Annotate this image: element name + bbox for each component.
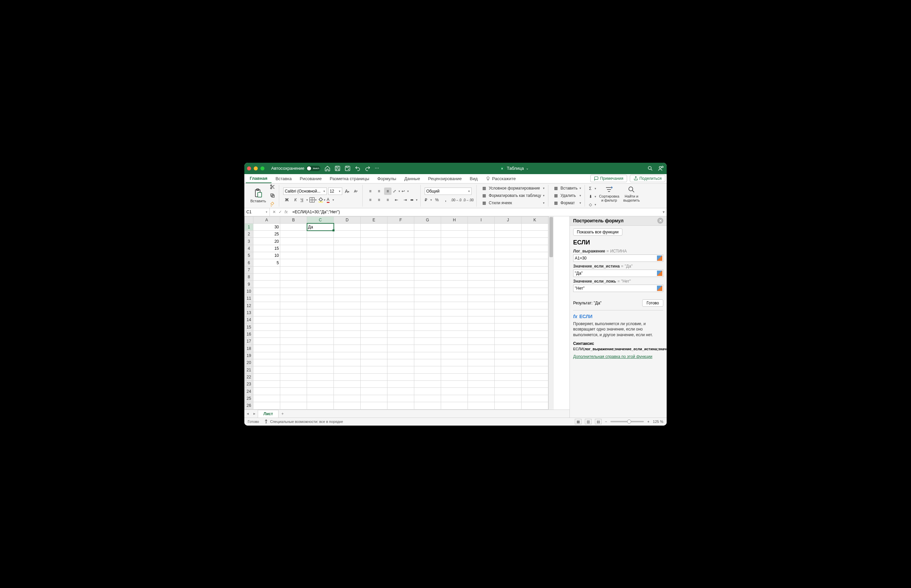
zoom-level[interactable]: 125 % xyxy=(653,420,663,423)
cell-H15[interactable] xyxy=(441,323,468,331)
align-left-button[interactable]: ≡ xyxy=(367,196,374,204)
format-cells-button[interactable]: ▦Формат▾ xyxy=(552,200,582,206)
cell-D16[interactable] xyxy=(334,331,361,338)
cell-I5[interactable] xyxy=(468,252,495,259)
column-header[interactable]: C xyxy=(307,216,334,223)
spreadsheet-grid[interactable]: ABCDEFGHIJK130Да225320415510657891011121… xyxy=(244,216,548,410)
cell-C9[interactable] xyxy=(307,281,334,288)
cell-B16[interactable] xyxy=(280,331,307,338)
cell-A13[interactable] xyxy=(253,309,280,316)
arg-input-1[interactable]: "Да" xyxy=(573,270,663,277)
cell-H4[interactable] xyxy=(441,245,468,252)
cell-H16[interactable] xyxy=(441,331,468,338)
cell-F16[interactable] xyxy=(387,331,414,338)
cell-E6[interactable] xyxy=(361,259,387,266)
borders-button[interactable]: ▾ xyxy=(310,196,317,204)
cell-C25[interactable] xyxy=(307,395,334,402)
select-all-corner[interactable] xyxy=(245,216,253,223)
cell-A7[interactable] xyxy=(253,266,280,273)
cell-A9[interactable] xyxy=(253,281,280,288)
cell-F3[interactable] xyxy=(387,238,414,245)
show-all-functions-button[interactable]: Показать все функции xyxy=(573,228,622,236)
cell-H5[interactable] xyxy=(441,252,468,259)
zoom-in-button[interactable]: + xyxy=(647,420,649,423)
cell-B24[interactable] xyxy=(280,388,307,395)
cell-A12[interactable] xyxy=(253,302,280,309)
cell-A16[interactable] xyxy=(253,331,280,338)
currency-button[interactable]: ₽▾ xyxy=(425,196,432,204)
cell-K17[interactable] xyxy=(522,338,548,345)
cell-K5[interactable] xyxy=(522,252,548,259)
cell-C20[interactable] xyxy=(307,359,334,366)
cell-B7[interactable] xyxy=(280,266,307,273)
column-header[interactable]: B xyxy=(280,216,307,223)
cell-A15[interactable] xyxy=(253,323,280,331)
tab-home[interactable]: Главная xyxy=(246,174,271,183)
cell-D6[interactable] xyxy=(334,259,361,266)
tab-formulas[interactable]: Формулы xyxy=(373,174,400,183)
cell-D22[interactable] xyxy=(334,373,361,380)
cell-J13[interactable] xyxy=(495,309,522,316)
cell-A21[interactable] xyxy=(253,366,280,373)
cell-D25[interactable] xyxy=(334,395,361,402)
cell-B22[interactable] xyxy=(280,373,307,380)
cell-K4[interactable] xyxy=(522,245,548,252)
cell-D13[interactable] xyxy=(334,309,361,316)
cell-J4[interactable] xyxy=(495,245,522,252)
cell-E26[interactable] xyxy=(361,402,387,409)
cell-A10[interactable] xyxy=(253,288,280,295)
merge-button[interactable]: ⬌▾ xyxy=(410,196,418,204)
range-picker-icon[interactable] xyxy=(657,271,662,276)
save-icon[interactable] xyxy=(334,165,340,171)
row-header[interactable]: 13 xyxy=(245,309,253,316)
cell-H24[interactable] xyxy=(441,388,468,395)
sheet-tab-active[interactable]: Лист xyxy=(258,410,279,418)
cell-D26[interactable] xyxy=(334,402,361,409)
cell-C14[interactable] xyxy=(307,317,334,323)
cell-J15[interactable] xyxy=(495,323,522,331)
cell-H12[interactable] xyxy=(441,302,468,309)
column-header[interactable]: F xyxy=(387,216,414,223)
cell-J8[interactable] xyxy=(495,274,522,281)
cell-E1[interactable] xyxy=(361,223,387,230)
cell-K14[interactable] xyxy=(522,317,548,323)
tab-view[interactable]: Вид xyxy=(466,174,482,183)
sort-filter-button[interactable]: Сортировка и фильтр xyxy=(598,185,621,203)
cell-G9[interactable] xyxy=(414,281,441,288)
zoom-slider[interactable] xyxy=(610,421,644,422)
cell-J5[interactable] xyxy=(495,252,522,259)
cell-K24[interactable] xyxy=(522,388,548,395)
row-header[interactable]: 17 xyxy=(245,338,253,345)
cell-D1[interactable] xyxy=(334,223,361,230)
comments-button[interactable]: Примечания xyxy=(590,175,627,182)
cell-J7[interactable] xyxy=(495,266,522,273)
page-layout-view-button[interactable]: ▥ xyxy=(585,419,592,424)
cell-J22[interactable] xyxy=(495,373,522,380)
cell-K9[interactable] xyxy=(522,281,548,288)
cell-E23[interactable] xyxy=(361,381,387,388)
cell-K3[interactable] xyxy=(522,238,548,245)
cell-G6[interactable] xyxy=(414,259,441,266)
name-box[interactable]: C1▾ xyxy=(244,208,270,216)
cell-H10[interactable] xyxy=(441,288,468,295)
cell-B21[interactable] xyxy=(280,366,307,373)
cell-B11[interactable] xyxy=(280,295,307,302)
row-header[interactable]: 22 xyxy=(245,373,253,380)
cell-E7[interactable] xyxy=(361,266,387,273)
cell-E11[interactable] xyxy=(361,295,387,302)
cell-C12[interactable] xyxy=(307,302,334,309)
cell-I22[interactable] xyxy=(468,373,495,380)
range-picker-icon[interactable] xyxy=(657,286,662,291)
cell-E12[interactable] xyxy=(361,302,387,309)
cell-A20[interactable] xyxy=(253,359,280,366)
row-header[interactable]: 20 xyxy=(245,359,253,366)
cell-G1[interactable] xyxy=(414,223,441,230)
cell-F25[interactable] xyxy=(387,395,414,402)
row-header[interactable]: 1 xyxy=(245,223,253,230)
cell-H7[interactable] xyxy=(441,266,468,273)
cell-B12[interactable] xyxy=(280,302,307,309)
cell-G14[interactable] xyxy=(414,317,441,323)
cell-I7[interactable] xyxy=(468,266,495,273)
cell-J26[interactable] xyxy=(495,402,522,409)
row-header[interactable]: 6 xyxy=(245,259,253,266)
